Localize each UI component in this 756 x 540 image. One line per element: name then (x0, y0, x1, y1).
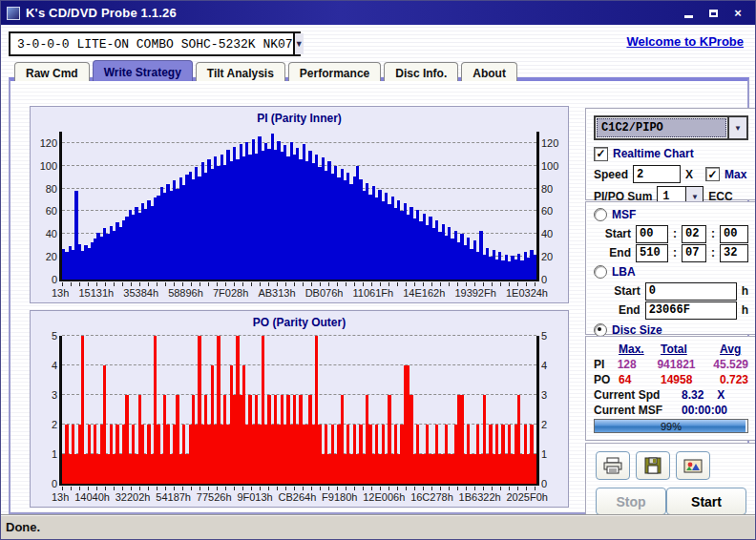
x-tick-label: 19392Fh (454, 287, 495, 299)
current-speed-unit: X (717, 388, 724, 402)
colon-separator: : (711, 227, 715, 240)
y-tick-label: 40 (46, 228, 57, 239)
lba-radio[interactable] (594, 265, 607, 279)
msf-end-sec[interactable] (682, 244, 706, 262)
current-msf-label: Current MSF (594, 404, 682, 417)
y-tick-label: 100 (40, 160, 57, 172)
pi-xaxis-labels: 13h15131h35384h58896h7F028hAB313hDB076h1… (52, 287, 548, 299)
msf-start-min[interactable] (636, 225, 668, 243)
chart-options-group: C1C2/PIPO ▼ ✓ Realtime Chart Speed X ✓ M… (585, 108, 756, 200)
y-tick-label: 100 (541, 160, 558, 172)
msf-start-frame[interactable] (720, 225, 748, 243)
image-export-icon (683, 458, 703, 474)
tab-disc-info[interactable]: Disc Info. (384, 62, 458, 81)
printer-icon (603, 457, 622, 474)
po-row-label: PO (594, 373, 619, 386)
x-tick-label: 32202h (116, 491, 151, 503)
pi-max: 128 (618, 358, 658, 371)
disc-size-radio[interactable] (594, 323, 607, 337)
x-tick-label: 13h (52, 287, 69, 299)
chevron-down-icon[interactable]: ▼ (727, 117, 746, 138)
tab-write-strategy[interactable]: Write Strategy (93, 60, 193, 81)
hex-suffix: h (742, 284, 748, 298)
write-strategy-page: PI (Parity Inner) 020406080100120 020406… (9, 77, 749, 514)
x-tick-label: 13h (52, 491, 69, 503)
minimize-icon (684, 15, 693, 18)
save-button[interactable] (636, 451, 670, 480)
y-tick-label: 40 (541, 228, 553, 239)
current-speed-label: Current Spd (594, 388, 682, 402)
po-xaxis-labels: 13h14040h32202h54187h77526h9F013hCB264hF… (52, 491, 548, 503)
y-tick-label: 80 (541, 183, 553, 195)
x-tick-label: 11061Fh (353, 287, 394, 299)
x-tick-label: 7F028h (213, 287, 248, 299)
msf-radio[interactable] (594, 208, 607, 221)
x-tick-label: 54187h (156, 491, 191, 503)
hex-suffix: h (742, 303, 748, 317)
tab-about[interactable]: About (461, 62, 517, 81)
title-bar[interactable]: K's CD/DVD Probe 1.1.26 × (1, 1, 756, 25)
drive-selector[interactable]: 3-0-0-0 LITE-ON COMBO SOHC-5232K NK07 ▼ (9, 31, 301, 56)
y-tick-label: 0 (541, 478, 547, 489)
mode-select[interactable]: C1C2/PIPO ▼ (594, 115, 748, 140)
pi-yaxis-left: 020406080100120 (32, 132, 57, 280)
x-tick-label: AB313h (258, 287, 295, 299)
colon-separator: : (673, 246, 677, 260)
lba-start-input[interactable] (645, 282, 737, 301)
save-image-button[interactable] (676, 451, 710, 480)
y-tick-label: 120 (541, 137, 558, 149)
y-tick-label: 60 (541, 205, 553, 217)
tab-performance[interactable]: Performance (288, 62, 381, 81)
tab-raw-cmd[interactable]: Raw Cmd (14, 62, 90, 81)
msf-end-frame[interactable] (720, 244, 748, 262)
window-title: K's CD/DVD Probe 1.1.26 (26, 6, 177, 20)
y-tick-label: 2 (541, 419, 547, 430)
floppy-disk-icon (644, 457, 662, 474)
po-max: 64 (619, 373, 661, 386)
app-icon (7, 7, 20, 20)
drive-selector-value: 3-0-0-0 LITE-ON COMBO SOHC-5232K NK07 (10, 33, 293, 54)
start-button[interactable]: Start (666, 488, 746, 515)
maximize-button[interactable] (705, 7, 721, 20)
lba-end-input[interactable] (645, 301, 737, 320)
actions-group: Stop Start (585, 443, 756, 515)
pi-chart-title: PI (Parity Inner) (31, 112, 568, 125)
x-tick-label: 35384h (123, 287, 158, 299)
y-tick-label: 120 (40, 137, 57, 149)
tab-tilt-analysis[interactable]: Tilt Analysis (196, 62, 285, 81)
stats-header-max: Max. (619, 343, 661, 356)
realtime-chart-checkbox[interactable]: ✓ (594, 147, 608, 161)
x-tick-label: CB264h (279, 491, 317, 503)
stop-button[interactable]: Stop (596, 488, 666, 515)
y-tick-label: 20 (541, 251, 553, 262)
po-total: 14958 (661, 373, 720, 386)
y-tick-label: 0 (541, 274, 547, 285)
tab-strip: Raw Cmd Write Strategy Tilt Analysis Per… (14, 60, 517, 81)
chevron-down-icon[interactable]: ▼ (293, 33, 304, 54)
minimize-button[interactable] (681, 7, 696, 20)
status-text: Done. (6, 520, 40, 534)
status-bar: Done. (1, 514, 756, 539)
po-chart-panel: PO (Parity Outer) 012345 012345 13h14040… (30, 310, 569, 508)
colon-separator: : (673, 227, 677, 240)
x-tick-label: 2025F0h (506, 491, 547, 503)
y-tick-label: 5 (541, 330, 547, 342)
maximize-icon (709, 10, 718, 17)
progress-bar: 99% (594, 419, 748, 433)
x-tick-label: 9F013h (237, 491, 272, 503)
pi-xaxis-ticks (62, 282, 536, 286)
y-tick-label: 4 (541, 360, 547, 371)
realtime-chart-label: Realtime Chart (613, 147, 694, 160)
msf-end-min[interactable] (636, 244, 668, 262)
stats-header-total: Total (661, 343, 720, 356)
welcome-link[interactable]: Welcome to KProbe (626, 34, 744, 49)
y-tick-label: 1 (52, 448, 57, 460)
speed-input[interactable] (633, 165, 681, 183)
x-tick-label: 77526h (197, 491, 232, 503)
print-button[interactable] (596, 451, 630, 480)
close-button[interactable]: × (730, 7, 746, 20)
max-speed-checkbox[interactable]: ✓ (705, 167, 720, 181)
pi-row-label: PI (594, 358, 618, 371)
msf-start-sec[interactable] (682, 225, 706, 243)
close-icon: × (734, 6, 742, 20)
